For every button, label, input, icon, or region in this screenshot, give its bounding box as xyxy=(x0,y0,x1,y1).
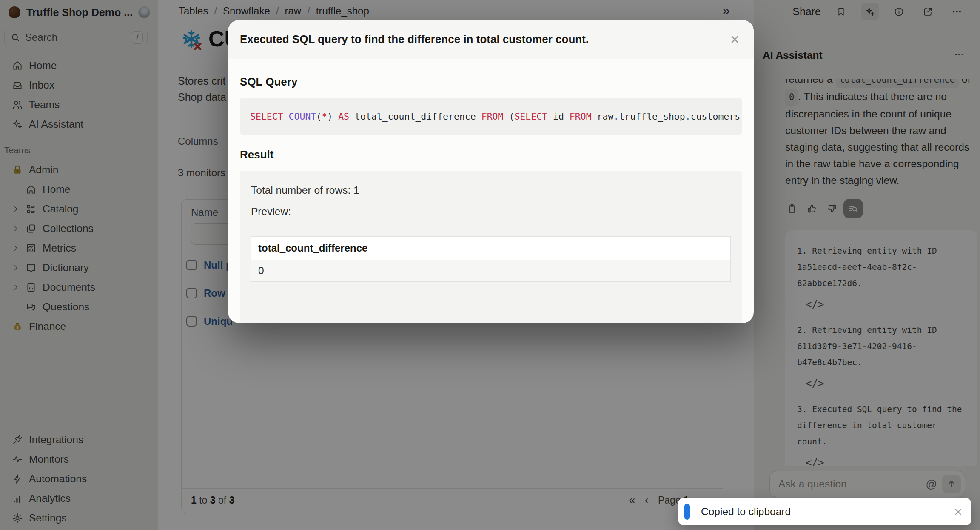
modal-body: SQL Query SELECT COUNT(*) AS total_count… xyxy=(228,59,754,323)
modal-header: Executed SQL query to find the differenc… xyxy=(228,20,754,59)
preview-column-header: total_count_difference xyxy=(251,237,730,260)
sql-token: * xyxy=(322,111,327,122)
total-rows-text: Total number of rows: 1 xyxy=(251,184,731,196)
sql-token: . xyxy=(613,111,619,122)
sql-token: . xyxy=(685,111,691,122)
sql-token: FROM xyxy=(570,111,597,122)
sql-token: COUNT xyxy=(289,111,316,122)
sql-token xyxy=(333,111,338,122)
sql-query-modal: Executed SQL query to find the differenc… xyxy=(228,20,754,323)
sql-token: truffle_shop xyxy=(619,111,685,122)
close-icon[interactable]: × xyxy=(728,32,742,47)
toast: Copied to clipboard × xyxy=(678,498,971,525)
preview-table: total_count_difference 0 xyxy=(251,236,731,282)
sql-token: ( xyxy=(509,111,514,122)
toast-close-icon[interactable]: × xyxy=(954,505,962,519)
sql-token: raw xyxy=(597,111,614,122)
result-heading: Result xyxy=(240,148,742,161)
sql-token: SELECT xyxy=(250,111,289,122)
result-panel: Total number of rows: 1 Preview: total_c… xyxy=(240,171,742,323)
sql-token: AS xyxy=(338,111,355,122)
sql-token: SELECT xyxy=(514,111,553,122)
modal-title: Executed SQL query to find the differenc… xyxy=(240,33,728,46)
sql-token: ) xyxy=(327,111,333,122)
toast-accent-bar xyxy=(684,504,690,520)
preview-label: Preview: xyxy=(251,206,731,218)
sql-token: id xyxy=(553,111,570,122)
sql-query-heading: SQL Query xyxy=(240,75,742,89)
sql-code-block[interactable]: SELECT COUNT(*) AS total_count_differenc… xyxy=(240,98,742,135)
sql-token: ( xyxy=(316,111,322,122)
sql-token: total_count_difference xyxy=(355,111,481,122)
sql-token: FROM xyxy=(481,111,509,122)
toast-message: Copied to clipboard xyxy=(701,506,954,518)
copy-icon[interactable] xyxy=(720,103,733,117)
preview-value-cell: 0 xyxy=(251,260,730,281)
